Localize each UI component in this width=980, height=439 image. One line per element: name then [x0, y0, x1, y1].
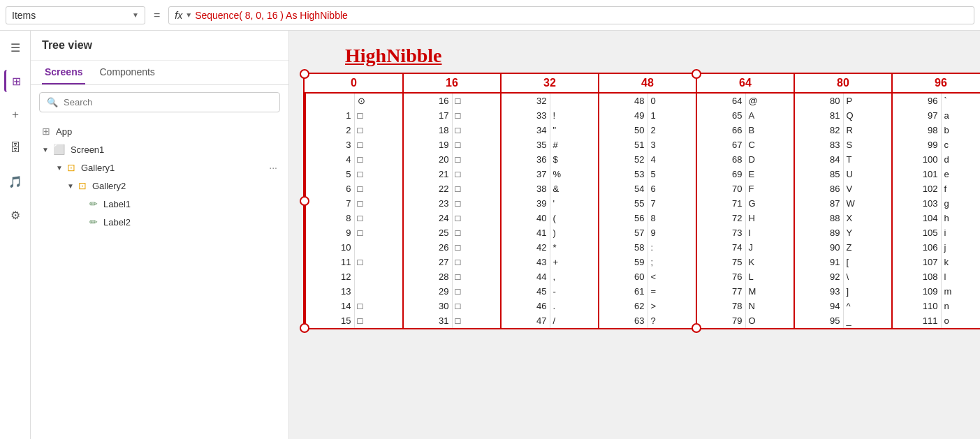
items-dropdown[interactable]: Items ▼	[6, 6, 145, 24]
cell-char: ^	[843, 299, 892, 313]
tree-item-gallery1[interactable]: ▼ ⊡ Gallery1 ···	[31, 158, 288, 177]
cell-char: ?	[648, 313, 696, 328]
cell-char: c	[941, 137, 980, 152]
hamburger-icon[interactable]: ☰	[4, 36, 27, 59]
cell-num: 43	[501, 255, 550, 269]
cell-char: W	[843, 196, 892, 211]
cell-num: 109	[892, 284, 941, 299]
cell-num: 4	[305, 152, 354, 167]
cell-char: -	[550, 284, 599, 299]
expand-arrow-screen1: ▼	[42, 146, 49, 154]
cell-char: \	[843, 269, 892, 284]
cell-char: □	[354, 167, 403, 181]
tree-item-label2[interactable]: ✏ Label2	[31, 213, 288, 231]
layers-icon[interactable]: ⊞	[4, 70, 27, 92]
gallery1-icon: ⊡	[67, 162, 75, 173]
cell-char: □	[452, 167, 501, 181]
cell-num: 29	[403, 284, 452, 299]
cell-char: 3	[648, 137, 696, 152]
cell-char: □	[452, 93, 501, 108]
cell-char: "	[550, 123, 599, 137]
formula-bar[interactable]: fx ▼ Sequence( 8, 0, 16 ) As HighNibble	[168, 6, 974, 24]
tree-item-app[interactable]: ⊞ App	[31, 122, 288, 140]
tree-item-gallery2[interactable]: ▼ ⊡ Gallery2	[31, 177, 288, 195]
cell-num: 20	[403, 152, 452, 167]
cell-num: 90	[794, 240, 843, 255]
cell-num: 106	[892, 240, 941, 255]
cell-num: 78	[696, 299, 745, 313]
cell-num: 21	[403, 167, 452, 181]
col-header-32: 32	[501, 74, 599, 93]
mid-top	[692, 69, 701, 79]
cell-char: k	[941, 255, 980, 269]
cell-char: %	[550, 167, 599, 181]
cell-num: 67	[696, 137, 745, 152]
cell-char: □	[354, 313, 403, 328]
cell-char: j	[941, 240, 980, 255]
cell-char: @	[745, 93, 794, 108]
cell-char: □	[452, 269, 501, 284]
tab-components[interactable]: Components	[96, 61, 157, 84]
dots-menu-gallery1[interactable]: ···	[269, 162, 277, 173]
cell-num: 70	[696, 181, 745, 196]
cell-char: Q	[843, 108, 892, 123]
cell-char	[354, 284, 403, 299]
gallery1-label: Gallery1	[81, 163, 115, 173]
gallery2-icon: ⊡	[78, 180, 87, 191]
cell-char: □	[452, 284, 501, 299]
cell-char: M	[745, 284, 794, 299]
cell-num: 40	[501, 211, 550, 225]
cell-num: 39	[501, 196, 550, 211]
tab-screens[interactable]: Screens	[42, 61, 85, 84]
database-icon[interactable]: 🗄	[4, 137, 27, 159]
cell-num: 79	[696, 313, 745, 328]
cell-char: □	[354, 108, 403, 123]
cell-char: ]	[843, 284, 892, 299]
cell-char: F	[745, 181, 794, 196]
media-icon[interactable]: 🎵	[4, 170, 27, 193]
cell-char: ;	[648, 255, 696, 269]
cell-num: 92	[794, 269, 843, 284]
table-row: 14□30□46.62>78N94^110n126~	[305, 299, 980, 313]
cell-char: .	[550, 299, 599, 313]
cell-num: 91	[794, 255, 843, 269]
table-row: 1□17□33!49165A81Q97a113q	[305, 108, 980, 123]
cell-num: 52	[599, 152, 648, 167]
mid-bottom	[692, 323, 701, 333]
cell-num: 94	[794, 299, 843, 313]
search-input[interactable]	[64, 97, 272, 107]
cell-num: 63	[599, 313, 648, 328]
cell-num: 59	[599, 255, 648, 269]
cell-num: 3	[305, 137, 354, 152]
cell-num: 96	[892, 93, 941, 108]
cell-char: J	[745, 240, 794, 255]
cell-char: D	[745, 152, 794, 167]
search-box: 🔍	[39, 92, 280, 112]
cell-char: _	[843, 313, 892, 328]
cell-num: 83	[794, 137, 843, 152]
cell-char: 9	[648, 225, 696, 240]
cell-char: □	[354, 225, 403, 240]
cell-num: 62	[599, 299, 648, 313]
tree-item-label1[interactable]: ✏ Label1	[31, 195, 288, 213]
cell-char: g	[941, 196, 980, 211]
table-row: 1026□42*58:74J90Z106j122z	[305, 240, 980, 255]
add-icon[interactable]: ＋	[4, 103, 27, 126]
table-row: ⊙16□3248064@80P96`112p	[305, 93, 980, 108]
cell-char	[354, 240, 403, 255]
corner-tl	[300, 69, 309, 79]
cell-num: 77	[696, 284, 745, 299]
tree-tabs: Screens Components	[31, 61, 288, 85]
cell-char: +	[550, 255, 599, 269]
cell-num: 27	[403, 255, 452, 269]
tree-item-screen1[interactable]: ▼ ⬜ Screen1	[31, 140, 288, 158]
cell-num: 102	[892, 181, 941, 196]
settings-icon[interactable]: ⚙	[4, 204, 27, 226]
cell-char: f	[941, 181, 980, 196]
cell-num: 44	[501, 269, 550, 284]
cell-char: 5	[648, 167, 696, 181]
cell-char: T	[843, 152, 892, 167]
cell-char: >	[648, 299, 696, 313]
cell-num: 50	[599, 123, 648, 137]
cell-char: □	[452, 299, 501, 313]
